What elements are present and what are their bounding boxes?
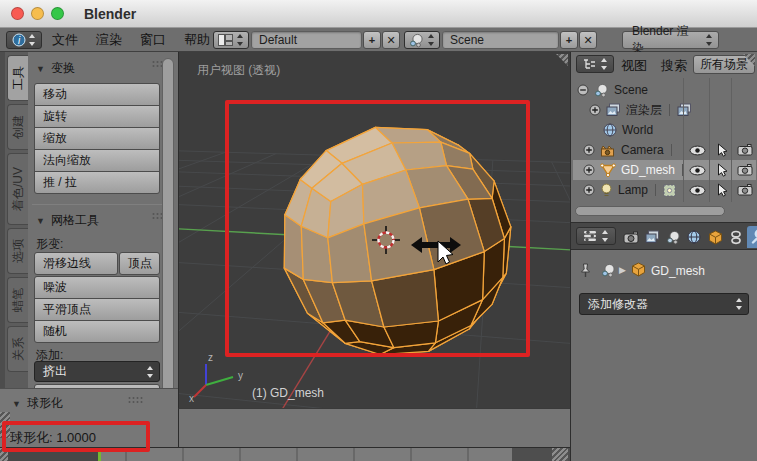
tree-row-lamp[interactable]: Lamp [573, 180, 756, 200]
tab-world[interactable] [684, 226, 704, 248]
tab-relations[interactable]: 关系 [7, 326, 28, 372]
add-modifier-dropdown[interactable]: 添加修改器 [579, 293, 749, 315]
tab-create[interactable]: 创建 [7, 104, 28, 150]
expand-plus-icon[interactable] [589, 104, 601, 116]
spherize-panel-header[interactable]: ▼ 球形化 [12, 395, 63, 412]
rotate-button[interactable]: 旋转 [34, 105, 160, 128]
tab-object[interactable] [705, 226, 725, 248]
scene-name-field[interactable]: Scene [442, 31, 559, 49]
push-pull-button[interactable]: 推 / 拉 [34, 171, 160, 194]
separator [669, 104, 670, 116]
expand-plus-icon[interactable] [583, 184, 595, 196]
tab-modifiers[interactable] [747, 226, 757, 248]
tree-item-label[interactable]: World [622, 123, 653, 137]
tree-row-world[interactable]: World [573, 120, 756, 140]
scene-breadcrumb-icon[interactable] [601, 263, 616, 278]
tree-row-gd-mesh[interactable]: GD_mesh [573, 160, 756, 180]
resize-grip-icon[interactable] [0, 448, 8, 461]
slide-edge-button[interactable]: 滑移边线 [34, 252, 118, 275]
screen-layout-name-field[interactable]: Default [251, 31, 362, 49]
remove-layout-button[interactable]: ✕ [382, 31, 400, 49]
mesh-tools-panel-header[interactable]: ▼ 网格工具 [36, 212, 99, 229]
eye-icon[interactable] [689, 165, 706, 176]
tab-options[interactable]: 选项 [7, 228, 28, 274]
tree-item-label[interactable]: GD_mesh [621, 163, 675, 177]
menu-help[interactable]: 帮助 [180, 30, 214, 50]
tree-row-camera[interactable]: Camera [573, 140, 756, 160]
outliner-menu-search[interactable]: 搜索 [661, 57, 687, 75]
outliner-menu-view[interactable]: 视图 [621, 57, 647, 75]
viewport-3d[interactable]: zyx 用户视图 (透视) (1) GD_mesh [178, 52, 570, 408]
separator [655, 184, 656, 196]
outliner-icon [582, 58, 596, 70]
scene-browse-button[interactable] [404, 31, 440, 49]
tree-item-label[interactable]: Camera [621, 143, 664, 157]
randomize-button[interactable]: 随机 [34, 320, 160, 343]
menu-window[interactable]: 窗口 [136, 30, 170, 50]
select-arrow-icon[interactable] [716, 143, 728, 157]
toolshelf-panels: ▼ 变换 移动 旋转 缩放 法向缩放 推 / 拉 ▼ 网格工具 形变: 滑移边线… [28, 52, 178, 388]
renderlayer-data-icon[interactable] [677, 103, 692, 117]
properties-icon [583, 230, 597, 242]
breadcrumb-arrow-icon: ▶ [619, 265, 626, 275]
tab-render[interactable] [621, 226, 641, 248]
smooth-vertex-button[interactable]: 平滑顶点 [34, 298, 160, 321]
collapse-triangle-icon: ▼ [36, 216, 45, 226]
tree-item-label[interactable]: Lamp [618, 183, 648, 197]
add-layout-button[interactable]: + [363, 31, 381, 49]
lamp-data-icon[interactable] [663, 184, 676, 197]
minimize-window-button[interactable] [31, 7, 44, 20]
tree-item-label[interactable]: Scene [614, 83, 648, 97]
vertex-slide-button[interactable]: 顶点 [119, 252, 160, 275]
tab-scene[interactable] [663, 226, 683, 248]
viewport-canvas[interactable]: zyx [179, 52, 571, 408]
render-restrict-icon[interactable] [737, 144, 753, 156]
tab-grease-pencil[interactable]: 蜡笔 [7, 277, 28, 323]
tab-constraints[interactable] [726, 226, 746, 248]
timeline-strip[interactable] [0, 447, 570, 461]
toolshelf-scrollbar[interactable] [162, 58, 174, 416]
area-corner-grip[interactable] [0, 412, 10, 438]
panel-grip-icon[interactable] [128, 396, 143, 404]
zoom-window-button[interactable] [51, 7, 64, 20]
render-engine-dropdown[interactable]: Blender 渲染 [622, 31, 719, 49]
expand-minus-icon[interactable] [577, 84, 589, 96]
select-arrow-icon[interactable] [716, 183, 728, 197]
tree-item-label[interactable]: 渲染层 [626, 102, 662, 119]
expand-plus-icon[interactable] [583, 164, 595, 176]
outliner-editor-type-button[interactable] [576, 55, 614, 73]
scene-icon [666, 230, 681, 245]
remove-scene-button[interactable]: ✕ [579, 31, 597, 49]
editor-type-button[interactable]: i [6, 31, 42, 49]
render-restrict-icon[interactable] [737, 164, 753, 176]
eye-icon[interactable] [689, 185, 706, 196]
outliner-hscrollbar[interactable] [575, 206, 725, 216]
translate-button[interactable]: 移动 [34, 83, 160, 106]
pin-icon[interactable] [579, 263, 592, 278]
properties-editor-type-button[interactable] [576, 227, 616, 245]
select-arrow-icon[interactable] [716, 163, 728, 177]
eye-icon[interactable] [689, 145, 706, 156]
tree-row-scene[interactable]: Scene [573, 80, 756, 100]
menu-file[interactable]: 文件 [48, 30, 82, 50]
screen-layout-browse-button[interactable] [213, 31, 249, 49]
tree-row-renderlayers[interactable]: 渲染层 [573, 100, 756, 120]
render-restrict-icon[interactable] [737, 184, 753, 196]
add-scene-button[interactable]: + [560, 31, 578, 49]
tab-render-layers[interactable] [642, 226, 662, 248]
menu-render[interactable]: 渲染 [92, 30, 126, 50]
close-window-button[interactable] [11, 7, 24, 20]
noise-button[interactable]: 噪波 [34, 276, 160, 299]
outliner-display-mode-dropdown[interactable]: 所有场景 [693, 55, 755, 74]
current-frame-marker[interactable] [98, 448, 101, 461]
extrude-dropdown[interactable]: 挤出 [34, 361, 160, 382]
expand-plus-icon[interactable] [583, 144, 595, 156]
tab-tools[interactable]: 工具 [7, 55, 28, 101]
transform-panel-header[interactable]: ▼ 变换 [36, 60, 75, 77]
spherize-factor-slider[interactable]: 球形化: 1.0000 [10, 429, 96, 447]
layout-icon [218, 34, 233, 46]
scale-button[interactable]: 缩放 [34, 127, 160, 150]
resize-grip-icon[interactable] [552, 448, 568, 461]
shrink-fatten-button[interactable]: 法向缩放 [34, 149, 160, 172]
tab-shading-uv[interactable]: 着色/UV [7, 153, 28, 225]
